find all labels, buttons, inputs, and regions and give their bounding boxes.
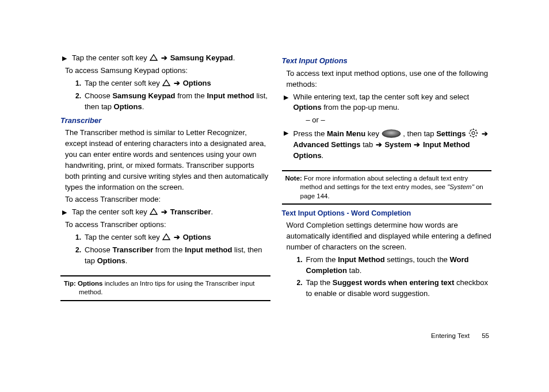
tip-label: Tip: [64,280,78,287]
text: from the [176,91,207,100]
bullet-text: Tap the center soft key ➔ Samsung Keypad… [72,53,235,64]
text: Choose [85,245,112,254]
svg-point-5 [472,132,475,134]
text: Tap the [306,278,333,287]
bold-text: Options [114,102,142,111]
bold-text: Main Menu [327,129,365,138]
bold-text: Transcriber [112,245,153,254]
ordered-item: 2. Choose Transcriber from the Input met… [60,245,270,267]
bullet-item: ▶ Tap the center soft key ➔ Samsung Keyp… [60,53,270,64]
arrow-icon: ➔ [411,140,423,149]
svg-point-4 [382,130,401,138]
arrow-icon: ➔ [161,53,168,62]
paragraph: Word Completion settings determine how w… [282,220,492,253]
text: From the [306,255,338,264]
svg-marker-1 [163,80,170,86]
main-menu-key-icon [382,129,401,138]
arrow-icon: ➔ [481,129,489,138]
text: tab [361,140,375,149]
paragraph: To access Samsung Keypad options: [60,66,270,76]
ordered-item: 1. Tap the center soft key ➔ Options [60,232,270,243]
arrow-icon: ➔ [173,233,181,241]
softkey-triangle-icon [149,53,158,62]
step-text: Choose Transcriber from the Input method… [85,245,270,267]
step-number: 2. [73,245,81,256]
text: , then tap [403,129,436,138]
italic-text: "System" [447,183,474,190]
heading-text-input-options: Text Input Options [282,56,492,67]
bullet-text: While entering text, tap the center soft… [293,92,492,114]
bold-text: Options [183,79,211,87]
page: ▶ Tap the center soft key ➔ Samsung Keyp… [0,0,549,305]
svg-marker-3 [163,234,170,240]
bold-text: Suggest words when entering text [333,278,455,287]
note-box: Note: For more information about selecti… [282,170,492,205]
paragraph: The Transcriber method is similar to Let… [60,128,270,193]
triangle-bullet-icon: ▶ [282,128,290,139]
bullet-text: Press the Main Menu key , then tap Setti… [293,128,492,162]
bold-text: System [384,140,411,149]
step-text: Tap the center soft key ➔ Options [85,232,211,243]
bullet-item: ▶ Tap the center soft key ➔ Transcriber. [60,207,270,218]
or-separator: – or – [282,115,492,126]
step-text: Tap the Suggest words when entering text… [306,278,492,299]
bold-text: Input Method [338,255,385,264]
heading-word-completion: Text Input Options - Word Completion [282,208,492,218]
footer-section: Entering Text [431,332,470,339]
paragraph: To access Transcriber mode: [60,194,270,205]
bullet-text: Tap the center soft key ➔ Transcriber. [72,207,213,218]
ordered-item: 1. Tap the center soft key ➔ Options [60,78,270,89]
text: from the [153,245,185,254]
right-column: Text Input Options To access text input … [282,53,492,305]
step-text: Tap the center soft key ➔ Options [85,78,211,89]
bold-text: Input method [207,91,254,100]
step-number: 2. [73,91,81,102]
bold-text: Input method [185,245,232,254]
step-number: 1. [295,255,303,266]
footer-page-number: 55 [482,332,489,339]
softkey-triangle-icon [162,233,171,241]
text: tab. [347,266,361,275]
step-text: Choose Samsung Keypad from the Input met… [85,91,270,113]
ordered-item: 1. From the Input Method settings, touch… [282,255,492,276]
page-footer: Entering Text 55 [431,332,489,339]
ordered-item: 2. Tap the Suggest words when entering t… [282,278,492,299]
arrow-icon: ➔ [375,140,385,149]
text: Tap the center soft key [85,233,162,241]
bold-text: Settings [436,129,466,138]
bold-text: Options [97,256,125,265]
text: Press the [293,129,327,138]
paragraph: To access text input method options, use… [282,68,492,90]
text: from the pop-up menu. [322,103,399,112]
text: settings, touch the [385,255,450,264]
heading-transcriber: Transcriber [60,116,270,126]
bold-text: Options [293,103,322,112]
text: While entering text, tap the center soft… [293,93,470,101]
text: Tap the center soft key [72,207,149,216]
note-label: Note: [285,175,304,182]
bold-text: Options [183,233,211,241]
step-number: 1. [73,78,81,89]
text: includes an Intro tips for using the Tra… [79,280,255,296]
bold-text: Samsung Keypad [112,91,175,100]
bold-text: Samsung Keypad [170,53,233,62]
step-number: 1. [73,232,81,243]
gear-icon [468,128,479,139]
svg-marker-0 [150,55,157,60]
softkey-triangle-icon [162,79,171,87]
text: key [365,129,381,138]
text: Choose [85,91,112,100]
text: For more information about selecting a d… [300,175,468,191]
bold-text: Advanced Settings [293,140,361,149]
triangle-bullet-icon: ▶ [282,92,290,103]
bullet-item: ▶ While entering text, tap the center so… [282,92,492,114]
softkey-triangle-icon [149,207,158,216]
bold-text: Options [78,280,102,287]
step-text: From the Input Method settings, touch th… [306,255,492,276]
text: Tap the center soft key [85,79,162,87]
triangle-bullet-icon: ▶ [60,53,68,64]
left-column: ▶ Tap the center soft key ➔ Samsung Keyp… [60,53,270,305]
bullet-item: ▶ Press the Main Menu key , then [282,128,492,162]
bold-text: Transcriber [170,207,211,216]
triangle-bullet-icon: ▶ [60,207,68,218]
